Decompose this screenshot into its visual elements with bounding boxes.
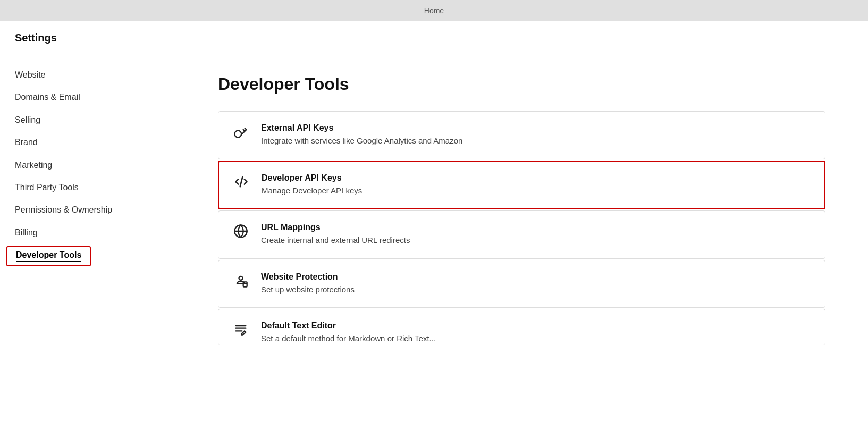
card-default-text-editor-text: Default Text Editor Set a default method… (261, 321, 436, 345)
sidebar-item-billing[interactable]: Billing (0, 222, 175, 244)
card-default-text-editor-title: Default Text Editor (261, 321, 436, 331)
card-default-text-editor-desc: Set a default method for Markdown or Ric… (261, 333, 436, 345)
card-external-api-keys-text: External API Keys Integrate with service… (261, 123, 462, 147)
card-developer-api-keys-text: Developer API Keys Manage Developer API … (262, 173, 362, 197)
card-developer-api-keys-desc: Manage Developer API keys (262, 185, 362, 197)
card-website-protection-desc: Set up website protections (261, 284, 355, 296)
key-icon (231, 124, 250, 139)
top-bar: Home (0, 0, 868, 21)
card-url-mappings[interactable]: URL Mappings Create internal and externa… (218, 210, 825, 259)
svg-line-1 (240, 176, 243, 187)
card-developer-api-keys[interactable]: Developer API Keys Manage Developer API … (218, 161, 825, 210)
sidebar-item-brand[interactable]: Brand (0, 131, 175, 154)
page-title: Settings (15, 32, 853, 44)
card-website-protection-title: Website Protection (261, 272, 355, 282)
content-title: Developer Tools (218, 74, 825, 94)
sidebar: Website Domains & Email Selling Brand Ma… (0, 53, 175, 444)
card-external-api-keys-title: External API Keys (261, 123, 462, 133)
main-layout: Website Domains & Email Selling Brand Ma… (0, 53, 868, 444)
code-icon (232, 174, 251, 189)
card-developer-api-keys-title: Developer API Keys (262, 173, 362, 183)
card-url-mappings-title: URL Mappings (261, 223, 410, 232)
globe-icon (231, 224, 250, 239)
top-bar-home-label: Home (424, 6, 444, 15)
card-website-protection-text: Website Protection Set up website protec… (261, 272, 355, 296)
content-area: Developer Tools External API Keys Integr… (175, 53, 868, 444)
sidebar-item-third-party-tools[interactable]: Third Party Tools (0, 176, 175, 199)
svg-point-4 (239, 276, 243, 280)
card-default-text-editor[interactable]: Default Text Editor Set a default method… (218, 309, 825, 345)
shield-person-icon (231, 273, 250, 288)
card-website-protection[interactable]: Website Protection Set up website protec… (218, 260, 825, 308)
page-header: Settings (0, 21, 868, 53)
sidebar-item-selling[interactable]: Selling (0, 109, 175, 131)
sidebar-item-website[interactable]: Website (0, 64, 175, 86)
sidebar-item-developer-tools-box[interactable]: Developer Tools (6, 246, 91, 266)
sidebar-item-developer-tools-label: Developer Tools (16, 250, 81, 262)
sidebar-item-developer-tools-wrapper: Developer Tools (0, 244, 175, 268)
svg-point-0 (234, 131, 241, 138)
card-external-api-keys[interactable]: External API Keys Integrate with service… (218, 111, 825, 159)
card-external-api-keys-desc: Integrate with services like Google Anal… (261, 135, 462, 147)
sidebar-item-marketing[interactable]: Marketing (0, 154, 175, 176)
sidebar-item-permissions-ownership[interactable]: Permissions & Ownership (0, 199, 175, 221)
sidebar-item-domains-email[interactable]: Domains & Email (0, 86, 175, 108)
text-editor-icon (231, 322, 250, 337)
card-url-mappings-desc: Create internal and external URL redirec… (261, 234, 410, 247)
card-url-mappings-text: URL Mappings Create internal and externa… (261, 223, 410, 247)
